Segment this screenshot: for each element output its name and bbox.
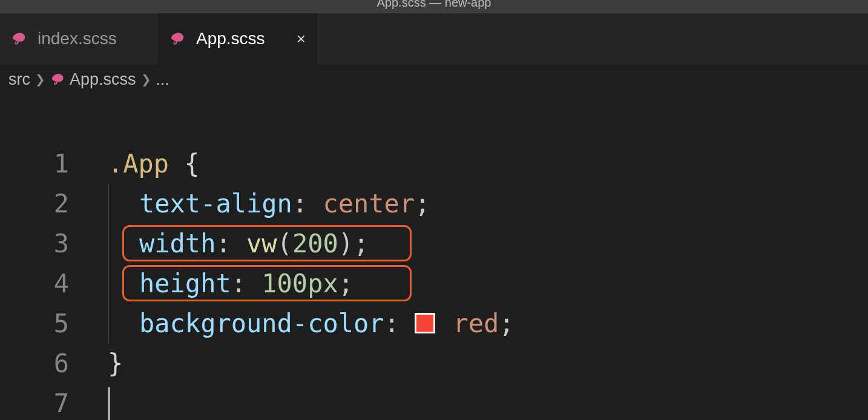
tab-app-scss[interactable]: App.scss × [159,13,317,64]
breadcrumb-segment[interactable]: App.scss [70,70,136,89]
code-line[interactable]: width: vw(200); [81,224,868,264]
code-editor[interactable]: 1234567 .App {text-align: center;width: … [0,94,868,420]
indent-guide [108,184,109,224]
line-number: 7 [0,384,69,420]
code-token: width [139,229,215,258]
code-token: 200 [292,229,338,258]
window-title: App.scss — new-app [377,0,492,9]
tab-label: App.scss [196,29,265,48]
window-titlebar: App.scss — new-app [0,0,868,13]
code-token: height [139,269,231,298]
code-token: vw [246,229,277,258]
code-token: : [384,309,415,338]
tab-bar: index.scss App.scss × [0,13,868,64]
code-token: text-align [139,189,292,218]
line-number: 1 [0,144,69,184]
chevron-right-icon: ❯ [141,72,151,87]
line-number: 3 [0,224,69,264]
code-line[interactable]: height: 100px; [81,264,868,304]
breadcrumb-segment[interactable]: ... [156,70,170,89]
code-token: } [108,349,123,378]
indent-guide [108,224,109,264]
code-token: : [215,229,246,258]
indent-guide [108,304,109,344]
line-number: 5 [0,304,69,344]
code-token: ; [499,309,514,338]
color-swatch[interactable] [415,313,435,333]
breadcrumb[interactable]: src ❯ App.scss ❯ ... [0,64,868,94]
line-number: 6 [0,344,69,384]
tab-index-scss[interactable]: index.scss [0,13,159,64]
sass-icon [50,72,65,87]
code-token: background-color [139,309,384,338]
code-token: ( [277,229,292,258]
close-icon[interactable]: × [297,31,306,47]
tab-label: index.scss [38,29,117,48]
chevron-right-icon: ❯ [35,72,45,87]
code-area[interactable]: .App {text-align: center;width: vw(200);… [81,144,868,420]
code-token: center [323,189,415,218]
sass-icon [11,31,27,47]
indent-guide [108,264,109,304]
sass-icon [169,31,185,47]
line-number-gutter: 1234567 [0,144,81,420]
code-token: ; [415,189,430,218]
line-number: 4 [0,264,69,304]
text-cursor [108,387,110,421]
code-line[interactable]: background-color: red; [81,304,868,344]
line-number: 2 [0,184,69,224]
code-line[interactable] [81,384,868,420]
code-token: : [292,189,323,218]
code-token: red [438,309,499,338]
code-token: ) [338,229,353,258]
code-line[interactable]: } [81,344,868,384]
code-token: .App [108,149,184,179]
code-token: 100px [261,269,338,298]
breadcrumb-segment[interactable]: src [8,70,30,89]
code-line[interactable]: text-align: center; [81,184,868,224]
code-token: ; [353,229,369,258]
code-token: { [184,149,199,179]
code-token: : [231,269,262,298]
code-line[interactable]: .App { [81,144,868,184]
code-token: ; [338,269,353,298]
